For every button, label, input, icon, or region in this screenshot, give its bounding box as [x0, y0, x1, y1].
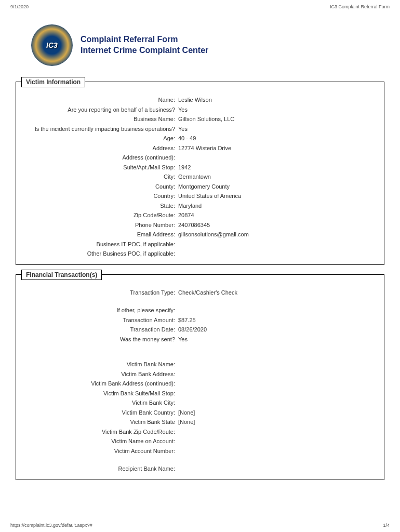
field-value — [177, 437, 374, 446]
field-label: Recipient Bank Name: — [26, 464, 177, 473]
field-label: Was the money sent? — [26, 335, 177, 344]
ic3-seal-logo — [31, 24, 73, 66]
field-row: Victim Bank Suite/Mail Stop: — [26, 389, 374, 398]
field-label: County: — [26, 182, 177, 191]
field-value: Maryland — [177, 202, 374, 210]
field-value — [177, 398, 374, 407]
group-spacer — [26, 456, 374, 463]
field-label: Business IT POC, if applicable: — [26, 240, 177, 249]
field-value — [177, 389, 374, 398]
page-title-line1: Complaint Referral Form — [81, 34, 208, 45]
field-label: Country: — [26, 192, 177, 201]
victim-field-list: Name:Leslie WilsonAre you reporting on b… — [26, 96, 374, 258]
field-value: Check/Cashier's Check — [177, 288, 374, 297]
field-label: Victim Bank State — [26, 418, 177, 427]
field-value — [177, 464, 374, 473]
field-row: Victim Bank Address (continued): — [26, 379, 374, 388]
field-label: Is the incident currently impacting busi… — [26, 125, 177, 134]
field-label: Business Name: — [26, 115, 177, 124]
field-label: Address (continued): — [26, 153, 177, 162]
field-label: Phone Number: — [26, 221, 177, 230]
group-spacer — [26, 352, 374, 359]
field-label: Transaction Date: — [26, 325, 177, 334]
field-label: Email Address: — [26, 230, 177, 239]
field-label: Victim Bank Address (continued): — [26, 379, 177, 388]
field-label: Victim Bank City: — [26, 398, 177, 407]
page-footer: https://complaint.ic3.gov/default.aspx?#… — [10, 523, 390, 528]
field-value: 12774 Wisteria Drive — [177, 144, 374, 153]
field-label: Age: — [26, 134, 177, 143]
field-row: Business Name:Gillson Solutions, LLC — [26, 115, 374, 124]
field-label: City: — [26, 172, 177, 181]
field-row: Is the incident currently impacting busi… — [26, 125, 374, 134]
field-label: Suite/Apt./Mail Stop: — [26, 163, 177, 172]
header-doc-title: IC3 Complaint Referral Form — [330, 4, 390, 9]
field-row: City:Germantown — [26, 172, 374, 181]
field-row: Business IT POC, if applicable: — [26, 240, 374, 249]
field-row: Suite/Apt./Mail Stop:1942 — [26, 163, 374, 172]
field-row: Victim Bank Zip Code/Route: — [26, 428, 374, 436]
victim-information-section: Victim Information Name:Leslie WilsonAre… — [16, 82, 384, 265]
page-header: 9/1/2020 IC3 Complaint Referral Form — [0, 0, 400, 11]
field-value: Yes — [177, 125, 374, 134]
field-value: 08/26/2020 — [177, 325, 374, 334]
field-row: Age:40 - 49 — [26, 134, 374, 143]
field-row: Transaction Type:Check/Cashier's Check — [26, 288, 374, 297]
field-value: Yes — [177, 105, 374, 114]
field-row: Address:12774 Wisteria Drive — [26, 144, 374, 153]
field-value: Montgomery County — [177, 182, 374, 191]
field-label: Victim Bank Address: — [26, 370, 177, 379]
group-spacer — [26, 344, 374, 352]
field-row: Phone Number:2407086345 — [26, 221, 374, 230]
field-row: Victim Bank City: — [26, 398, 374, 407]
field-row: Victim Account Number: — [26, 447, 374, 456]
group-spacer — [26, 298, 374, 305]
field-value: 40 - 49 — [177, 134, 374, 143]
field-row: Victim Bank Address: — [26, 370, 374, 379]
field-label: Transaction Amount: — [26, 316, 177, 325]
field-label: Address: — [26, 144, 177, 153]
field-value — [177, 428, 374, 436]
field-row: County:Montgomery County — [26, 182, 374, 191]
field-row: Country:United States of America — [26, 192, 374, 201]
header-date: 9/1/2020 — [10, 4, 29, 9]
field-label: Victim Bank Suite/Mail Stop: — [26, 389, 177, 398]
page-title-line2: Internet Crime Complaint Center — [81, 45, 208, 56]
field-row: Transaction Amount:$87.25 — [26, 316, 374, 325]
field-value: 1942 — [177, 163, 374, 172]
field-label: If other, please specify: — [26, 306, 177, 315]
field-label: Name: — [26, 96, 177, 104]
field-value: Germantown — [177, 172, 374, 181]
field-row: Victim Name on Account: — [26, 437, 374, 446]
field-label: Victim Name on Account: — [26, 437, 177, 446]
field-value: United States of America — [177, 192, 374, 201]
field-label: Are you reporting on behalf of a busines… — [26, 105, 177, 114]
field-value: gillsonsolutions@gmail.com — [177, 230, 374, 239]
field-value — [177, 240, 374, 249]
victim-section-heading: Victim Information — [21, 77, 85, 87]
field-value — [177, 306, 374, 315]
field-value: [None] — [177, 408, 374, 417]
field-row: Name:Leslie Wilson — [26, 96, 374, 104]
logo-header: Complaint Referral Form Internet Crime C… — [31, 24, 384, 66]
financial-section-heading: Financial Transaction(s) — [21, 270, 102, 280]
field-row: State:Maryland — [26, 202, 374, 210]
field-row: Email Address:gillsonsolutions@gmail.com — [26, 230, 374, 239]
field-label: Victim Bank Name: — [26, 360, 177, 369]
field-row: Was the money sent?Yes — [26, 335, 374, 344]
field-row: If other, please specify: — [26, 306, 374, 315]
field-label: Zip Code/Route: — [26, 211, 177, 220]
footer-page-number: 1/4 — [383, 523, 390, 528]
footer-url: https://complaint.ic3.gov/default.aspx?# — [10, 523, 92, 528]
field-value — [177, 447, 374, 456]
field-label: State: — [26, 202, 177, 210]
field-row: Recipient Bank Name: — [26, 464, 374, 473]
field-label: Other Business POC, if applicable: — [26, 249, 177, 258]
field-value: Gillson Solutions, LLC — [177, 115, 374, 124]
field-value: [None] — [177, 418, 374, 427]
financial-field-list: Transaction Type:Check/Cashier's CheckIf… — [26, 288, 374, 473]
field-row: Transaction Date:08/26/2020 — [26, 325, 374, 334]
field-row: Other Business POC, if applicable: — [26, 249, 374, 258]
field-label: Transaction Type: — [26, 288, 177, 297]
field-label: Victim Account Number: — [26, 447, 177, 456]
